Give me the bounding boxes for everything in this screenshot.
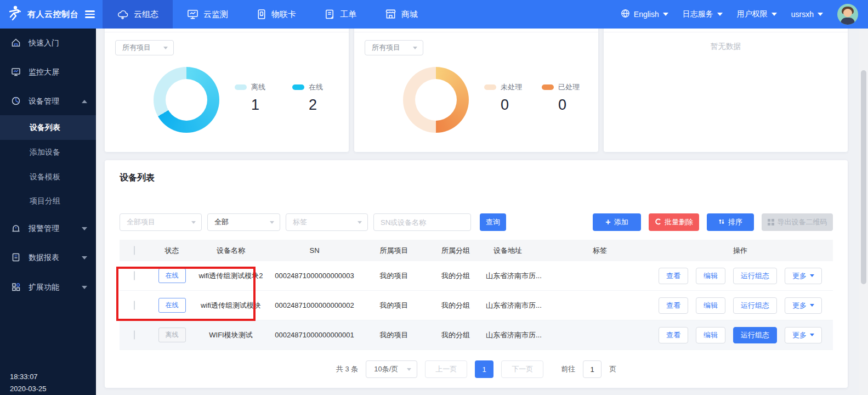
legend-value: 1: [251, 97, 292, 114]
view-button[interactable]: 查看: [659, 268, 688, 284]
view-button[interactable]: 查看: [659, 327, 688, 343]
row-checkbox[interactable]: [134, 330, 135, 340]
table-row: 在线 wifi透传组测试模块2 00024871000000000003 我的项…: [120, 261, 833, 291]
page-size-select[interactable]: 10条/页: [366, 360, 417, 378]
sim-card-icon: [257, 9, 266, 20]
sidebar-subitem-device-list[interactable]: 设备列表: [0, 115, 96, 140]
device-sn: 00024871000000000003: [266, 272, 362, 280]
sidebar-subitem-add-device[interactable]: 添加设备: [0, 140, 96, 165]
edit-button[interactable]: 编辑: [696, 327, 725, 343]
search-input[interactable]: [373, 213, 471, 231]
device-address: 山东省济南市历...: [486, 301, 576, 311]
no-data-text: 暂无数据: [604, 42, 848, 52]
tab-label: 工单: [340, 9, 356, 20]
goto-suffix: 页: [609, 364, 616, 374]
tab-cloud-scada[interactable]: 云组态: [103, 0, 173, 29]
query-label: 查询: [486, 217, 500, 227]
tab-iot-sim[interactable]: 物联卡: [242, 0, 310, 29]
prev-page-button[interactable]: 上一页: [425, 360, 467, 378]
sidebar-subitem-label: 设备列表: [30, 123, 60, 133]
chevron-down-icon: [818, 13, 823, 16]
view-label: 查看: [666, 271, 680, 281]
sidebar-item-label: 数据报表: [29, 253, 59, 263]
sort-button[interactable]: 排序: [707, 213, 754, 231]
batch-delete-button[interactable]: 批量删除: [649, 213, 699, 231]
chevron-down-icon: [810, 304, 814, 307]
empty-data-card: 暂无数据: [604, 29, 848, 152]
chevron-down-icon: [82, 256, 87, 259]
next-page-button[interactable]: 下一页: [501, 360, 543, 378]
select-all-checkbox[interactable]: [134, 246, 135, 255]
scrollbar-thumb[interactable]: [861, 70, 866, 284]
edit-button[interactable]: 编辑: [696, 268, 725, 284]
add-device-button[interactable]: 添加: [593, 213, 641, 231]
sidebar-subitem-device-template[interactable]: 设备模板: [0, 165, 96, 189]
tab-store[interactable]: 商城: [371, 0, 432, 29]
chevron-down-icon: [810, 274, 814, 277]
device-list-card: 设备列表 全部项目 全部 标签 查询: [105, 160, 848, 388]
run-config-button[interactable]: 运行组态: [733, 297, 777, 314]
language-menu[interactable]: English: [621, 9, 668, 20]
device-group: 我的分组: [426, 330, 486, 340]
tab-cloud-monitor[interactable]: 云监测: [173, 0, 242, 29]
chevron-up-icon: [82, 100, 87, 103]
sidebar-item-extensions[interactable]: 扩展功能: [0, 274, 96, 301]
alarm-icon: [11, 223, 21, 235]
brand-title: 有人云控制台: [27, 9, 78, 20]
sidebar-item-data-report[interactable]: 数据报表: [0, 244, 96, 272]
run-config-button[interactable]: 运行组态: [733, 268, 777, 284]
chevron-down-icon: [82, 227, 87, 230]
alarm-status-project-filter[interactable]: 所有项目: [365, 40, 423, 55]
legend-handled: 已处理 0: [542, 82, 599, 114]
card-divider: [604, 29, 848, 32]
device-group: 我的分组: [426, 271, 486, 281]
current-page-button[interactable]: 1: [475, 360, 493, 378]
tag-filter-select[interactable]: 标签: [286, 213, 368, 231]
username-menu[interactable]: usrsxh: [791, 10, 823, 19]
more-button[interactable]: 更多: [785, 297, 822, 314]
project-filter-select[interactable]: 全部项目: [120, 213, 202, 231]
sidebar-item-device-management[interactable]: 设备管理: [0, 88, 96, 115]
user-avatar[interactable]: [837, 4, 858, 25]
language-label: English: [634, 10, 659, 19]
row-checkbox[interactable]: [134, 271, 135, 280]
plus-icon: [605, 218, 610, 227]
legend-value: 2: [309, 97, 349, 114]
user-permission-menu[interactable]: 用户权限: [737, 9, 777, 19]
row-checkbox[interactable]: [134, 301, 135, 310]
user-permission-label: 用户权限: [737, 9, 768, 19]
sidebar-clock-time: 18:33:07: [10, 373, 38, 381]
legend-label: 在线: [309, 82, 323, 92]
pagination-total: 共 3 条: [336, 364, 358, 374]
query-button[interactable]: 查询: [480, 213, 506, 231]
sidebar-item-label: 报警管理: [29, 224, 59, 234]
more-label: 更多: [792, 301, 807, 311]
goto-page-input[interactable]: [583, 360, 602, 378]
sidebar-item-quick-start[interactable]: 快速入门: [0, 30, 96, 57]
edit-button[interactable]: 编辑: [696, 297, 725, 314]
log-service-menu[interactable]: 日志服务: [683, 9, 723, 19]
more-label: 更多: [792, 271, 807, 281]
device-list-title: 设备列表: [120, 172, 155, 184]
sidebar-item-alarm-management[interactable]: 报警管理: [0, 215, 96, 242]
more-button[interactable]: 更多: [785, 268, 822, 284]
sort-icon: [718, 218, 725, 227]
menu-collapse-icon[interactable]: [85, 10, 95, 18]
device-status-project-filter[interactable]: 所有项目: [115, 40, 174, 55]
sidebar-item-label: 设备管理: [29, 97, 59, 106]
sidebar-item-monitor-screen[interactable]: 监控大屏: [0, 59, 96, 86]
alarm-status-card: 所有项目 未处理 0 已处理 0: [354, 29, 598, 152]
device-group: 我的分组: [426, 301, 486, 311]
edit-label: 编辑: [704, 301, 718, 311]
export-qr-button: 导出设备二维码: [762, 213, 833, 231]
run-config-button[interactable]: 运行组态: [733, 327, 777, 343]
tab-work-order[interactable]: 工单: [310, 0, 371, 29]
filter-bar: 全部项目 全部 标签 查询: [120, 213, 506, 231]
device-name: wifi透传组测试模块2: [195, 271, 266, 281]
more-button[interactable]: 更多: [785, 327, 822, 343]
view-button[interactable]: 查看: [659, 297, 688, 314]
sidebar-subitem-project-group[interactable]: 项目分组: [0, 189, 96, 213]
chevron-down-icon: [717, 13, 723, 16]
alarm-status-donut-chart: [403, 67, 469, 133]
status-filter-select[interactable]: 全部: [207, 213, 280, 231]
